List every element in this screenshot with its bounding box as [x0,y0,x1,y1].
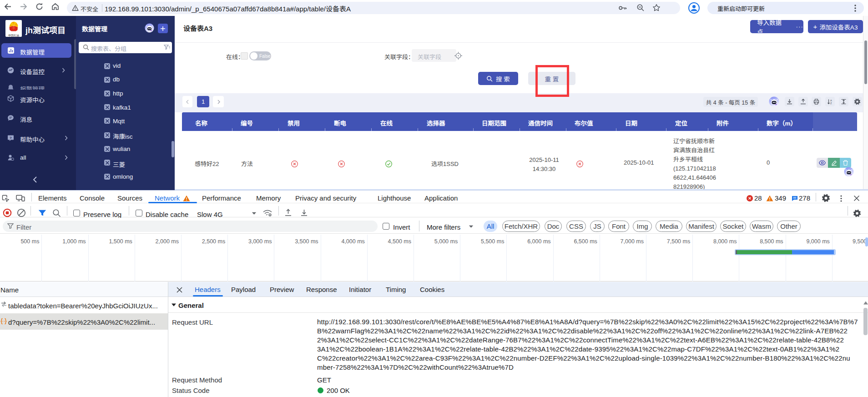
svg-text:A: A [830,99,832,102]
svg-text:?: ? [10,136,12,140]
svg-text:Z: Z [830,102,832,105]
